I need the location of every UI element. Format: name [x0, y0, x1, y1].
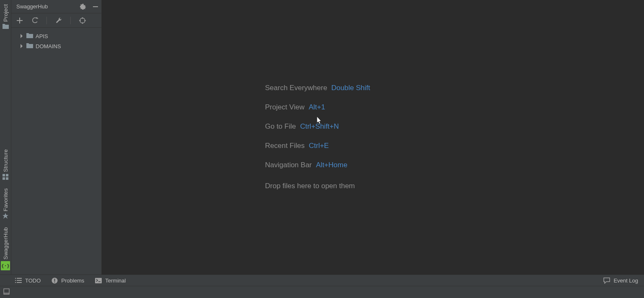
tool-windows-toggle-icon[interactable] [3, 288, 10, 296]
hint-navigation-bar: Navigation Bar Alt+Home [265, 161, 370, 169]
svg-rect-1 [6, 174, 8, 176]
rail-item-label: Structure [3, 149, 9, 172]
hint-go-to-file: Go to File Ctrl+Shift+N [265, 122, 370, 131]
svg-rect-3 [6, 177, 8, 180]
panel-header: SwaggerHub [11, 0, 101, 13]
hint-shortcut: Ctrl+E [309, 142, 329, 150]
bottom-tool-bar: TODO Problems Terminal Event Log [0, 275, 644, 286]
svg-rect-2 [3, 177, 5, 180]
hint-shortcut: Ctrl+Shift+N [300, 122, 339, 131]
chevron-right-icon [20, 34, 24, 38]
hint-label: Go to File [265, 122, 296, 131]
warning-icon [52, 277, 58, 284]
bottom-item-todo[interactable]: TODO [15, 277, 41, 284]
wrench-icon[interactable] [55, 17, 62, 24]
tree-row-apis[interactable]: APIS [13, 31, 100, 41]
swaggerhub-panel: SwaggerHub [11, 0, 102, 275]
terminal-icon [95, 278, 102, 283]
panel-toolbar [11, 13, 101, 28]
hint-shortcut: Double Shift [331, 84, 370, 92]
structure-icon [3, 174, 8, 180]
bottom-item-label: Problems [61, 277, 84, 284]
svg-rect-4 [93, 6, 98, 7]
rail-item-favorites[interactable]: Favorites [3, 184, 9, 223]
panel-tree: APIS DOMAINS [11, 28, 101, 54]
bottom-item-problems[interactable]: Problems [52, 277, 84, 284]
hint-label: Search Everywhere [265, 84, 327, 92]
drop-files-message: Drop files here to open them [265, 182, 370, 190]
speech-bubble-icon [603, 277, 610, 284]
rail-item-label: Project [3, 4, 9, 22]
hint-label: Project View [265, 103, 304, 111]
rail-item-project[interactable]: Project [3, 0, 9, 33]
folder-icon [26, 43, 33, 49]
rail-item-label: SwaggerHub [3, 227, 9, 259]
editor-empty-area[interactable]: Search Everywhere Double Shift Project V… [102, 0, 644, 275]
rail-item-swaggerhub[interactable]: SwaggerHub {·} [1, 223, 10, 275]
hint-search-everywhere: Search Everywhere Double Shift [265, 84, 370, 92]
target-icon[interactable] [79, 17, 86, 24]
hint-shortcut: Alt+Home [316, 161, 348, 169]
star-icon [3, 213, 8, 219]
minimize-icon[interactable] [92, 3, 99, 10]
bottom-item-label: Terminal [105, 277, 126, 284]
folder-icon [3, 23, 9, 29]
rail-item-label: Favorites [3, 188, 9, 211]
shortcut-hints: Search Everywhere Double Shift Project V… [265, 84, 370, 190]
svg-rect-11 [4, 293, 9, 294]
svg-rect-8 [54, 282, 55, 282]
bottom-item-terminal[interactable]: Terminal [95, 277, 126, 284]
swaggerhub-icon: {·} [1, 261, 10, 270]
list-icon [15, 278, 22, 283]
left-tool-rail: Project Structure Favorites SwaggerHub {… [0, 0, 11, 275]
bottom-item-label: Event Log [613, 277, 638, 284]
svg-rect-7 [54, 279, 55, 281]
svg-rect-0 [3, 174, 5, 176]
tree-label: APIS [36, 33, 48, 39]
hint-label: Navigation Bar [265, 161, 312, 169]
bottom-item-event-log[interactable]: Event Log [603, 277, 638, 284]
toolbar-divider [46, 17, 47, 24]
hint-project-view: Project View Alt+1 [265, 103, 370, 111]
rail-item-structure[interactable]: Structure [3, 145, 9, 184]
bottom-item-label: TODO [25, 277, 41, 284]
folder-icon [26, 33, 33, 39]
status-bar [0, 286, 644, 298]
svg-rect-9 [95, 278, 102, 283]
panel-title: SwaggerHub [16, 3, 48, 10]
hint-shortcut: Alt+1 [309, 103, 325, 111]
toolbar-divider [70, 17, 71, 24]
chevron-right-icon [20, 44, 24, 48]
hint-label: Recent Files [265, 142, 304, 150]
hint-recent-files: Recent Files Ctrl+E [265, 142, 370, 150]
tree-label: DOMAINS [36, 43, 61, 49]
add-icon[interactable] [16, 17, 23, 24]
gear-icon[interactable] [80, 3, 86, 10]
tree-row-domains[interactable]: DOMAINS [13, 41, 100, 51]
refresh-icon[interactable] [31, 17, 38, 24]
